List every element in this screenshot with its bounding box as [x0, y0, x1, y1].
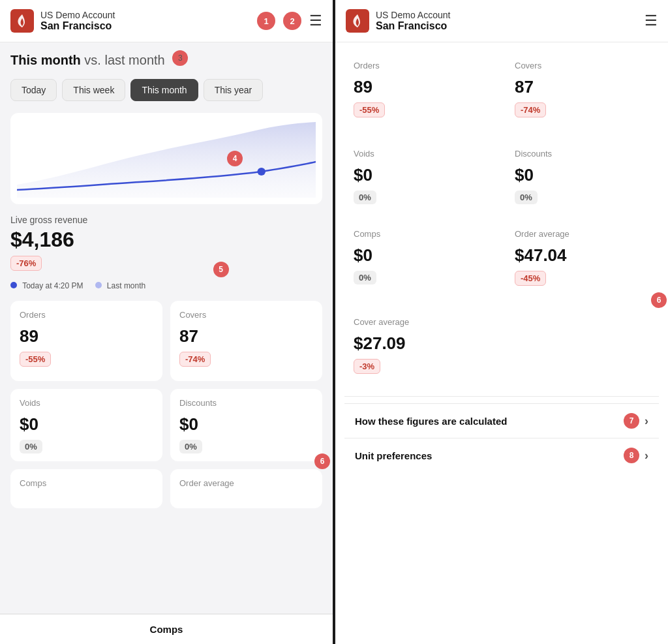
card-orders-value-right: 89: [354, 77, 489, 97]
card-covers-label-right: Covers: [515, 61, 650, 70]
legend-today: Today at 4:20 PM: [10, 281, 84, 290]
right-header-title: US Demo Account San Francisco: [376, 10, 450, 32]
revenue-section: Live gross revenue $4,186 -76% 5: [10, 215, 322, 277]
legend-dot-last-month: [95, 282, 102, 288]
svg-point-1: [257, 168, 265, 176]
card-covers-value-right: 87: [515, 77, 650, 97]
annotation-5: 5: [213, 262, 229, 277]
card-discounts-right: Discounts $0 0%: [506, 140, 659, 212]
card-orders-badge-left: -55%: [20, 352, 51, 367]
revenue-badge: -76%: [10, 256, 42, 271]
bottom-comps-tab[interactable]: Comps: [0, 613, 333, 644]
legend-label-last-month: Last month: [107, 281, 145, 290]
right-logo-icon: [346, 9, 369, 33]
header-title-bottom: San Francisco: [40, 20, 115, 32]
card-cover-avg-right: Cover average $27.09 -3%: [344, 308, 659, 388]
left-panel: US Demo Account San Francisco 1 2 ☰ This…: [0, 0, 333, 644]
left-header-left: US Demo Account San Francisco: [10, 9, 115, 33]
nav-unit-preferences[interactable]: Unit preferences 8 ›: [344, 438, 659, 472]
tab-this-week[interactable]: This week: [62, 79, 125, 101]
metrics-grid-left: Orders 89 -55% Covers 87 -74% Voids $0 0…: [10, 301, 322, 508]
card-order-avg-badge-right: -45%: [515, 271, 546, 286]
bottom-comps-label: Comps: [150, 624, 183, 635]
left-content: This month vs. last month 3 Today This w…: [0, 42, 333, 613]
card-comps-badge-right: 0%: [354, 271, 376, 284]
card-covers-label-left: Covers: [179, 310, 313, 320]
card-discounts-left: Discounts $0 0% 6: [170, 389, 322, 461]
card-cover-avg-value-right: $27.09: [354, 333, 650, 354]
card-order-avg-label-left: Order average: [179, 478, 313, 488]
card-covers-right: Covers 87 -74%: [506, 52, 659, 132]
logo-icon: [10, 9, 34, 33]
period-title-bold: This month: [10, 53, 81, 67]
revenue-value: $4,186: [10, 228, 322, 252]
revenue-chart: 4: [10, 113, 322, 204]
annotation-6-left: 6: [314, 453, 330, 469]
section-divider: [344, 396, 659, 397]
notification-badge-1[interactable]: 1: [257, 12, 275, 30]
chevron-right-unit: ›: [645, 449, 648, 463]
card-voids-left: Voids $0 0%: [10, 389, 162, 461]
nav-figures-calculated[interactable]: How these figures are calculated 7 ›: [344, 403, 659, 438]
card-orders-left: Orders 89 -55%: [10, 301, 162, 381]
card-voids-badge-left: 0%: [20, 440, 42, 453]
left-header: US Demo Account San Francisco 1 2 ☰: [0, 0, 333, 42]
annotation-4: 4: [227, 151, 243, 166]
card-order-avg-value-right: $47.04: [515, 245, 650, 266]
card-cover-avg-badge-right: -3%: [354, 359, 380, 374]
tab-today[interactable]: Today: [10, 79, 57, 101]
period-title-rest: vs. last month: [81, 53, 165, 67]
right-header: US Demo Account San Francisco ☰: [335, 0, 668, 42]
revenue-label: Live gross revenue: [10, 215, 322, 225]
card-voids-badge-right: 0%: [354, 191, 376, 204]
nav-unit-pref-label: Unit preferences: [355, 450, 432, 461]
card-comps-label-right: Comps: [354, 229, 489, 239]
card-covers-left: Covers 87 -74%: [170, 301, 322, 381]
annotation-7: 7: [624, 413, 639, 429]
card-discounts-label-right: Discounts: [515, 149, 650, 159]
legend-dot-today: [10, 282, 17, 288]
card-comps-left: Comps: [10, 469, 162, 508]
bottom-nav: How these figures are calculated 7 › Uni…: [344, 403, 659, 472]
card-order-avg-right: Order average $47.04 -45% 6: [506, 220, 659, 300]
card-voids-value-right: $0: [354, 165, 489, 185]
chevron-right-figures: ›: [645, 414, 648, 428]
annotation-6-right: 6: [651, 292, 667, 308]
card-voids-label-right: Voids: [354, 149, 489, 159]
notification-badge-2[interactable]: 2: [283, 12, 301, 30]
nav-unit-right: 8 ›: [624, 448, 648, 463]
card-orders-label-left: Orders: [20, 310, 153, 320]
right-metrics-grid: Orders 89 -55% Covers 87 -74% Voids $0 0…: [344, 52, 659, 388]
card-discounts-badge-right: 0%: [515, 191, 538, 204]
card-comps-label-left: Comps: [20, 478, 153, 488]
card-orders-value-left: 89: [20, 326, 153, 346]
right-menu-icon[interactable]: ☰: [645, 14, 658, 28]
left-header-title: US Demo Account San Francisco: [40, 10, 115, 32]
card-orders-badge-right: -55%: [354, 102, 385, 117]
chart-svg: [17, 119, 316, 198]
card-cover-avg-label-right: Cover average: [354, 317, 650, 327]
card-comps-value-right: $0: [354, 245, 489, 266]
left-header-right: 1 2 ☰: [257, 12, 322, 30]
card-discounts-badge-left: 0%: [179, 440, 202, 453]
right-header-title-top: US Demo Account: [376, 10, 450, 20]
card-voids-label-left: Voids: [20, 398, 153, 408]
right-header-right: ☰: [645, 14, 658, 28]
card-orders-right: Orders 89 -55%: [344, 52, 498, 132]
legend-label-today: Today at 4:20 PM: [22, 281, 83, 290]
card-voids-value-left: $0: [20, 414, 153, 435]
period-title: This month vs. last month 3: [10, 53, 322, 70]
right-panel: US Demo Account San Francisco ☰ Orders 8…: [335, 0, 668, 644]
menu-icon[interactable]: ☰: [309, 14, 322, 28]
card-comps-right: Comps $0 0%: [344, 220, 498, 300]
card-orders-label-right: Orders: [354, 61, 489, 70]
tab-this-month[interactable]: This month: [130, 79, 198, 101]
right-header-left: US Demo Account San Francisco: [346, 9, 450, 33]
nav-figures-label: How these figures are calculated: [355, 416, 507, 427]
right-header-title-bottom: San Francisco: [376, 20, 450, 32]
card-order-avg-label-right: Order average: [515, 229, 650, 239]
card-discounts-value-right: $0: [515, 165, 650, 185]
card-discounts-value-left: $0: [179, 414, 313, 435]
card-order-avg-left: Order average: [170, 469, 322, 508]
tab-this-year[interactable]: This year: [204, 79, 264, 101]
